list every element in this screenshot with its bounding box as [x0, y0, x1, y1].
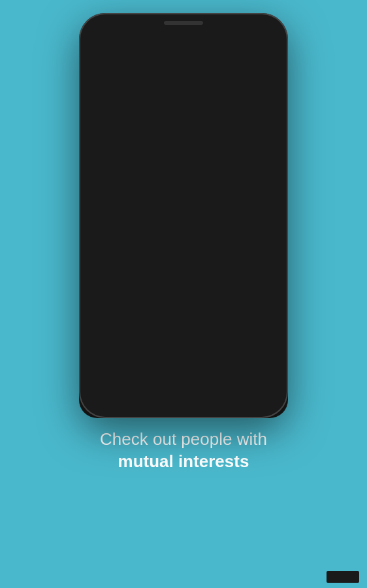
tag-label-football: Football: [110, 295, 133, 302]
back-button[interactable]: ←: [109, 395, 121, 409]
tagline-line1: Check out people with: [100, 429, 267, 451]
intention-text: Wants to make new friends: [95, 264, 272, 272]
eyes: [151, 134, 216, 142]
photo-counter: 📷 1/24: [92, 38, 124, 49]
tag-label-more: +22 more: [192, 295, 220, 302]
profile-label: Profile: [106, 356, 124, 363]
action-photos[interactable]: 📷 24 Photos: [138, 337, 184, 363]
film-icon: 🎬: [148, 280, 155, 287]
left-eye: [151, 134, 165, 142]
profile-photo[interactable]: 📷 1/24 ➤ London Wants to make new friend…: [87, 33, 280, 314]
music-icon: ♪: [101, 280, 104, 287]
tag-label-pulpfiction: Pulp Fiction: [157, 280, 191, 287]
location-row: ➤ London: [95, 252, 272, 263]
bottom-bar: [327, 571, 359, 583]
chat-label: Chat: [245, 356, 259, 363]
tag-football[interactable]: 🏆 Football: [95, 292, 139, 304]
recents-button[interactable]: ▭: [247, 395, 258, 409]
nav-bar: ← ⌂ ▭: [79, 385, 288, 418]
action-bar: 👤 Profile 📷 24 Photos 👍 Like 💬 Chat: [87, 327, 280, 374]
tag-label-russia: Russia: [157, 295, 178, 302]
right-eye: [202, 134, 216, 142]
tag-russia[interactable]: 🌍 Russia: [142, 292, 184, 304]
photos-icon: 📷: [152, 337, 170, 354]
tags-row-2: 🏆 Football 🌍 Russia +22 more: [95, 292, 272, 304]
like-icon: 👍: [198, 337, 215, 354]
tag-more[interactable]: +22 more: [186, 292, 226, 304]
counter-text: 1/24: [107, 40, 120, 47]
action-profile[interactable]: 👤 Profile: [92, 337, 138, 363]
camera-icon: 📷: [97, 40, 104, 47]
location-name: London: [103, 252, 136, 263]
photos-label: 24 Photos: [146, 356, 175, 363]
trophy-icon: 🏆: [101, 295, 108, 302]
tag-pulpfiction[interactable]: 🎬 Pulp Fiction: [142, 277, 197, 289]
action-like[interactable]: 👍 Like: [184, 337, 229, 363]
face: [135, 65, 232, 176]
tagline-line2: mutual interests: [100, 451, 267, 473]
home-button[interactable]: ⌂: [180, 395, 187, 409]
profile-icon: 👤: [106, 337, 124, 354]
tag-madonna[interactable]: ♪ Madonna: [95, 277, 138, 289]
like-label: Like: [200, 356, 212, 363]
tag-shopping[interactable]: 🛍 Shopping: [200, 277, 247, 289]
tag-label-shopping: Shopping: [214, 280, 241, 287]
action-chat[interactable]: 💬 Chat: [229, 337, 275, 363]
phone-mockup: 📷 1/24 ➤ London Wants to make new friend…: [79, 13, 288, 418]
tag-label-madonna: Madonna: [106, 280, 133, 287]
globe-icon: 🌍: [148, 295, 155, 302]
profile-info-overlay: ➤ London Wants to make new friends ♪ Mad…: [87, 244, 280, 314]
tags-row: ♪ Madonna 🎬 Pulp Fiction 🛍 Shopping: [95, 277, 272, 289]
bottom-text: Check out people with mutual interests: [100, 429, 267, 473]
phone-screen: 📷 1/24 ➤ London Wants to make new friend…: [87, 33, 280, 374]
location-icon: ➤: [95, 253, 101, 262]
shopping-icon: 🛍: [206, 280, 212, 287]
chat-icon: 💬: [244, 337, 261, 354]
